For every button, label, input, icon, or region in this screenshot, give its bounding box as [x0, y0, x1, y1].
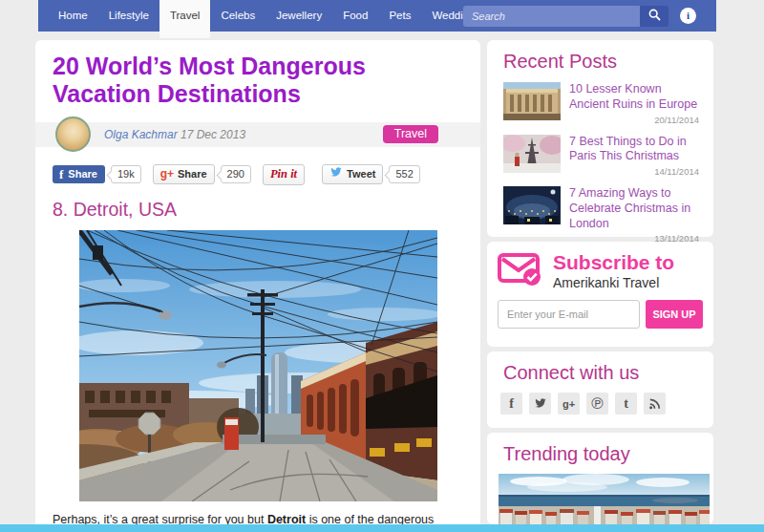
page-title: 20 World’s Most Dangerous Vacation Desti…	[53, 53, 463, 107]
rss-icon[interactable]	[644, 393, 666, 415]
trending-image[interactable]	[499, 474, 710, 524]
nav-item-travel[interactable]: Travel	[159, 0, 211, 38]
post-thumbnail-london-christmas	[503, 186, 561, 224]
post-date: 14/11/2014	[569, 166, 699, 177]
recent-post-item[interactable]: 7 Best Things to Do in Paris This Christ…	[503, 135, 699, 178]
nav-item-celebs[interactable]: Celebs	[210, 0, 265, 32]
search-button[interactable]	[640, 6, 668, 27]
gplus-share-count: 290	[221, 165, 251, 183]
tweet-button[interactable]: Tweet	[322, 164, 383, 184]
facebook-icon[interactable]: f	[500, 393, 522, 415]
facebook-share-label: Share	[68, 168, 97, 180]
trending-card: Trending today	[487, 433, 713, 524]
twitter-icon[interactable]	[529, 393, 551, 415]
envelope-icon	[497, 251, 544, 291]
nav-item-food[interactable]: Food	[332, 0, 378, 32]
publish-date: 17 Dec 2013	[180, 122, 245, 147]
article-meta-row: Olga Kachmar 17 Dec 2013 Travel	[35, 122, 480, 147]
gplus-share-button[interactable]: g+ Share	[153, 164, 215, 184]
pinterest-icon: Pin it	[270, 167, 297, 181]
post-title[interactable]: 10 Lesser Known Ancient Ruins in Europe	[569, 82, 699, 113]
recent-post-item[interactable]: 10 Lesser Known Ancient Ruins in Europe …	[503, 82, 699, 125]
nav-item-home[interactable]: Home	[48, 0, 98, 32]
post-thumbnail-ancient-ruins	[503, 82, 561, 120]
article-photo	[79, 230, 437, 501]
bottom-edge-bar	[0, 524, 764, 532]
nav-item-lifestyle[interactable]: Lifestyle	[98, 0, 159, 32]
email-field[interactable]	[498, 300, 640, 329]
social-icons-row: f g+ ℗ t	[500, 393, 713, 415]
trending-heading: Trending today	[503, 443, 713, 465]
pinterest-icon[interactable]: ℗	[586, 393, 608, 415]
pinit-button[interactable]: Pin it	[263, 164, 305, 185]
search-bar	[463, 6, 668, 27]
search-icon	[648, 9, 661, 24]
tumblr-icon[interactable]: t	[615, 393, 637, 415]
post-date: 20/11/2014	[569, 115, 699, 125]
article-card: 20 World’s Most Dangerous Vacation Desti…	[35, 40, 480, 532]
nav-item-jewellery[interactable]: Jewellery	[265, 0, 332, 32]
signup-button[interactable]: SIGN UP	[646, 300, 703, 329]
recent-posts-card: Recent Posts 10 Lesser Known Ancient Rui…	[487, 40, 713, 237]
page: Home Lifestyle Travel Celebs Jewellery F…	[0, 0, 764, 532]
subscribe-heading: Subscribe to	[553, 252, 674, 272]
subscribe-card: Subscribe to Amerikanki Travel SIGN UP	[487, 242, 713, 347]
subscribe-subheading: Amerikanki Travel	[553, 275, 674, 290]
category-badge[interactable]: Travel	[383, 125, 438, 143]
post-thumbnail-paris-eiffel	[503, 135, 561, 173]
share-buttons-row: f Share 19k g+ Share 290 Pin it Tweet 55…	[53, 164, 480, 184]
info-icon[interactable]: i	[680, 8, 696, 24]
google-plus-icon: g+	[160, 167, 174, 181]
facebook-share-count: 19k	[111, 165, 141, 183]
twitter-bird-icon	[329, 167, 343, 181]
connect-heading: Connect with us	[503, 362, 713, 384]
post-title[interactable]: 7 Amazing Ways to Celebrate Christmas in…	[569, 186, 699, 231]
nav-item-pets[interactable]: Pets	[378, 0, 421, 32]
author-name[interactable]: Olga Kachmar	[104, 122, 178, 147]
search-input[interactable]	[463, 6, 640, 27]
author-avatar[interactable]	[55, 117, 91, 152]
connect-card: Connect with us f g+ ℗ t	[487, 351, 713, 428]
gplus-share-label: Share	[178, 168, 207, 180]
section-heading: 8. Detroit, USA	[53, 199, 480, 221]
tweet-label: Tweet	[347, 168, 375, 180]
facebook-icon: f	[59, 169, 63, 180]
google-plus-icon[interactable]: g+	[558, 393, 580, 415]
facebook-share-button[interactable]: f Share	[53, 165, 105, 183]
tweet-count: 552	[389, 165, 419, 183]
post-title[interactable]: 7 Best Things to Do in Paris This Christ…	[569, 135, 699, 165]
recent-post-item[interactable]: 7 Amazing Ways to Celebrate Christmas in…	[503, 186, 699, 244]
recent-posts-heading: Recent Posts	[503, 51, 713, 73]
